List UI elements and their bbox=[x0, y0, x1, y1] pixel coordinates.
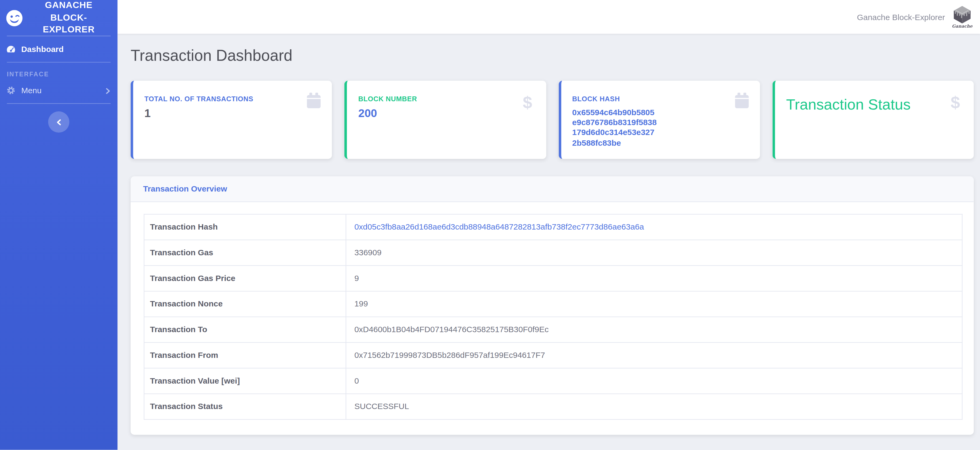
sidebar-collapse-button[interactable] bbox=[48, 112, 69, 132]
row-value: 199 bbox=[346, 291, 963, 317]
table-row: Transaction Hash0xd05c3fb8aa26d168ae6d3c… bbox=[144, 214, 962, 240]
table-row: Transaction From0x71562b71999873DB5b286d… bbox=[144, 342, 962, 368]
card-block-hash: BLOCK HASH 0x65594c64b90b5805e9c876786b8… bbox=[558, 81, 760, 159]
sidebar-section-heading: INTERFACE bbox=[7, 71, 111, 78]
sidebar-item-dashboard[interactable]: Dashboard bbox=[0, 36, 118, 62]
page-title: Transaction Dashboard bbox=[130, 46, 974, 64]
dollar-icon: $ bbox=[951, 94, 960, 111]
tachometer-icon bbox=[6, 45, 16, 54]
row-label: Transaction Nonce bbox=[144, 291, 346, 317]
row-value: 0 bbox=[346, 368, 963, 394]
row-label: Transaction From bbox=[144, 342, 346, 368]
ganache-logo-caption: Ganache bbox=[952, 24, 972, 29]
card-total-transactions: TOTAL NO. OF TRANSACTIONS 1 bbox=[130, 81, 332, 159]
panel-title: Transaction Overview bbox=[143, 184, 227, 193]
table-row: Transaction Gas Price9 bbox=[144, 265, 962, 291]
sidebar-brand-link[interactable]: Ganache Block-Explorer bbox=[0, 0, 118, 36]
sidebar-item-label: Dashboard bbox=[21, 45, 64, 54]
transaction-hash-link[interactable]: 0xd05c3fb8aa26d168ae6d3cdb88948a64872828… bbox=[346, 214, 963, 240]
app-viewport: Ganache Block-Explorer Dashboard INTERFA… bbox=[0, 0, 980, 450]
card-value: 0x65594c64b90b5805e9c876786b8319f5838179… bbox=[572, 107, 657, 148]
row-label: Transaction Status bbox=[144, 394, 346, 420]
calendar-icon bbox=[307, 93, 321, 108]
sidebar-divider bbox=[7, 62, 111, 62]
transaction-overview-panel: Transaction Overview Transaction Hash0xd… bbox=[130, 176, 974, 435]
dollar-icon: $ bbox=[523, 94, 532, 111]
panel-header: Transaction Overview bbox=[130, 176, 974, 202]
row-value: 9 bbox=[346, 265, 963, 291]
stat-cards-row: TOTAL NO. OF TRANSACTIONS 1 BLOCK NUMBER… bbox=[130, 81, 974, 159]
main-content: Transaction Dashboard TOTAL NO. OF TRANS… bbox=[118, 34, 980, 450]
row-label: Transaction To bbox=[144, 317, 346, 342]
gear-icon bbox=[6, 86, 16, 95]
card-block-number: BLOCK NUMBER 200 $ bbox=[344, 81, 546, 159]
card-transaction-status: Transaction Status $ bbox=[772, 81, 974, 159]
card-label: BLOCK NUMBER bbox=[358, 95, 535, 102]
row-value: 0xD4600b1B04b4FD07194476C35825175B30F0f9… bbox=[346, 317, 963, 342]
row-label: Transaction Gas bbox=[144, 240, 346, 265]
table-row: Transaction To0xD4600b1B04b4FD07194476C3… bbox=[144, 317, 962, 342]
topbar: Ganache Block-Explorer Ganache bbox=[118, 0, 980, 34]
row-value: 336909 bbox=[346, 240, 963, 265]
transaction-details-table: Transaction Hash0xd05c3fb8aa26d168ae6d3c… bbox=[144, 214, 963, 420]
chevron-right-icon bbox=[104, 87, 111, 94]
row-label: Transaction Hash bbox=[144, 214, 346, 240]
row-value: SUCCESSFUL bbox=[346, 394, 963, 420]
sidebar: Ganache Block-Explorer Dashboard INTERFA… bbox=[0, 0, 118, 450]
row-label: Transaction Gas Price bbox=[144, 265, 346, 291]
sidebar-brand-title: Ganache Block-Explorer bbox=[26, 0, 111, 36]
row-value: 0x71562b71999873DB5b286dF957af199Ec94617… bbox=[346, 342, 963, 368]
card-value: 200 bbox=[358, 107, 535, 120]
table-row: Transaction Nonce199 bbox=[144, 291, 962, 317]
topbar-title: Ganache Block-Explorer bbox=[857, 12, 945, 22]
row-label: Transaction Value [wei] bbox=[144, 368, 346, 394]
laugh-wink-icon bbox=[6, 10, 22, 26]
card-label: Transaction Status bbox=[786, 96, 963, 113]
panel-body: Transaction Hash0xd05c3fb8aa26d168ae6d3c… bbox=[130, 202, 974, 435]
ganache-logo-icon: Ganache bbox=[952, 5, 972, 29]
card-label: BLOCK HASH bbox=[572, 95, 749, 102]
calendar-icon bbox=[735, 93, 749, 108]
sidebar-divider bbox=[7, 103, 111, 104]
table-row: Transaction Gas336909 bbox=[144, 240, 962, 265]
sidebar-item-menu[interactable]: Menu bbox=[0, 78, 118, 104]
card-value: 1 bbox=[144, 107, 321, 120]
sidebar-item-label: Menu bbox=[21, 86, 41, 95]
table-row: Transaction Value [wei]0 bbox=[144, 368, 962, 394]
card-label: TOTAL NO. OF TRANSACTIONS bbox=[144, 95, 321, 102]
chevron-left-icon bbox=[56, 119, 62, 126]
table-row: Transaction StatusSUCCESSFUL bbox=[144, 394, 962, 420]
